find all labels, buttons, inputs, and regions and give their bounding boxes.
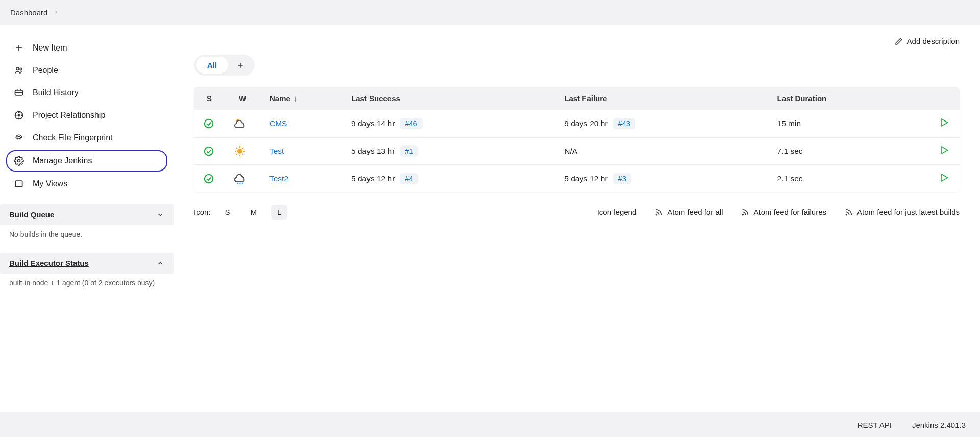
feed-label: Atom feed for just latest builds bbox=[857, 208, 960, 216]
job-table: S W Name↓ Last Success Last Failure Last… bbox=[194, 87, 960, 192]
status-success-icon bbox=[203, 173, 215, 184]
svg-point-3 bbox=[20, 68, 22, 70]
chevron-down-icon bbox=[156, 211, 164, 219]
jenkins-version: Jenkins 2.401.3 bbox=[912, 421, 966, 429]
svg-line-29 bbox=[236, 154, 237, 155]
icon-size-m[interactable]: M bbox=[244, 205, 263, 220]
last-success-badge[interactable]: #46 bbox=[400, 118, 422, 129]
last-success-badge[interactable]: #1 bbox=[400, 145, 418, 157]
svg-point-21 bbox=[205, 147, 213, 156]
sidebar-item-my-views[interactable]: My Views bbox=[6, 173, 167, 195]
icon-legend-label: Icon legend bbox=[597, 208, 637, 216]
last-failure-badge[interactable]: #43 bbox=[613, 118, 635, 129]
table-footer: Icon: S M L Icon legend Atom feed for al… bbox=[194, 205, 960, 220]
build-queue-header[interactable]: Build Queue bbox=[0, 204, 174, 225]
last-success-time: 9 days 14 hr bbox=[351, 119, 395, 128]
svg-marker-36 bbox=[942, 174, 948, 181]
views-icon bbox=[13, 178, 24, 189]
duration: 7.1 sec bbox=[777, 147, 803, 155]
main-content: Add description All S W Name↓ Last Succe… bbox=[174, 25, 980, 412]
last-failure-badge[interactable]: #3 bbox=[613, 173, 631, 184]
last-failure-time: 9 days 20 hr bbox=[564, 119, 607, 128]
breadcrumb-root[interactable]: Dashboard bbox=[10, 8, 47, 17]
add-description-link[interactable]: Add description bbox=[895, 37, 960, 45]
sidebar-item-new-item[interactable]: New Item bbox=[6, 37, 167, 59]
th-last-success[interactable]: Last Success bbox=[342, 87, 555, 110]
feed-label: Atom feed for all bbox=[667, 208, 723, 216]
svg-point-14 bbox=[18, 160, 20, 162]
sidebar-item-manage-jenkins[interactable]: Manage Jenkins bbox=[6, 150, 167, 172]
rss-icon bbox=[741, 208, 749, 216]
svg-line-34 bbox=[240, 183, 240, 184]
weather-rainy-icon bbox=[234, 172, 251, 185]
svg-point-10 bbox=[18, 112, 19, 113]
sidebar-item-label: New Item bbox=[33, 43, 67, 53]
svg-point-13 bbox=[15, 115, 16, 116]
icon-legend-link[interactable]: Icon legend bbox=[597, 208, 637, 216]
sidebar-item-label: People bbox=[33, 66, 58, 75]
svg-marker-20 bbox=[942, 119, 948, 126]
job-name-link[interactable]: CMS bbox=[270, 119, 287, 128]
job-name-link[interactable]: Test bbox=[270, 147, 284, 155]
atom-feed-latest[interactable]: Atom feed for just latest builds bbox=[845, 208, 960, 216]
atom-feed-failures[interactable]: Atom feed for failures bbox=[741, 208, 826, 216]
duration: 2.1 sec bbox=[777, 174, 803, 183]
svg-line-30 bbox=[242, 148, 243, 149]
th-name[interactable]: Name↓ bbox=[260, 87, 342, 110]
svg-point-39 bbox=[846, 214, 847, 215]
th-last-duration[interactable]: Last Duration bbox=[768, 87, 929, 110]
table-row: CMS 9 days 14 hr#46 9 days 20 hr#43 15 m… bbox=[194, 110, 960, 138]
schedule-build-button[interactable] bbox=[939, 145, 949, 155]
last-success-time: 5 days 12 hr bbox=[351, 174, 395, 183]
weather-sunny-icon bbox=[234, 145, 251, 157]
sidebar: New Item People Build History Project Re… bbox=[0, 25, 174, 412]
svg-point-18 bbox=[205, 119, 213, 128]
people-icon bbox=[13, 65, 24, 76]
build-queue-body: No builds in the queue. bbox=[0, 225, 174, 244]
svg-point-11 bbox=[21, 115, 22, 116]
sidebar-item-label: Project Relationship bbox=[33, 111, 105, 120]
page-footer: REST API Jenkins 2.401.3 bbox=[0, 412, 980, 437]
sidebar-item-label: Build History bbox=[33, 88, 79, 98]
th-last-failure[interactable]: Last Failure bbox=[555, 87, 768, 110]
sidebar-item-project-relationship[interactable]: Project Relationship bbox=[6, 104, 167, 127]
icon-size-l[interactable]: L bbox=[271, 205, 287, 220]
feed-label: Atom feed for failures bbox=[753, 208, 826, 216]
sidebar-item-label: Check File Fingerprint bbox=[33, 133, 113, 142]
sidebar-item-check-fingerprint[interactable]: Check File Fingerprint bbox=[6, 127, 167, 149]
rest-api-link[interactable]: REST API bbox=[857, 421, 892, 429]
th-weather[interactable]: W bbox=[225, 87, 260, 110]
rss-icon bbox=[655, 208, 663, 216]
sort-arrow-icon: ↓ bbox=[293, 94, 298, 103]
plus-icon bbox=[236, 61, 244, 69]
table-row: Test2 5 days 12 hr#4 5 days 12 hr#3 2.1 … bbox=[194, 165, 960, 192]
last-success-badge[interactable]: #4 bbox=[400, 173, 418, 184]
svg-rect-15 bbox=[15, 181, 22, 187]
svg-point-37 bbox=[656, 214, 657, 215]
add-description-label: Add description bbox=[907, 37, 960, 45]
icon-size-label: Icon: bbox=[194, 208, 211, 216]
svg-point-32 bbox=[205, 175, 213, 183]
chevron-right-icon bbox=[54, 10, 59, 15]
th-status[interactable]: S bbox=[194, 87, 225, 110]
atom-feed-all[interactable]: Atom feed for all bbox=[655, 208, 723, 216]
sidebar-item-people[interactable]: People bbox=[6, 59, 167, 82]
job-name-link[interactable]: Test2 bbox=[270, 174, 288, 183]
table-row: Test 5 days 13 hr#1 N/A 7.1 sec bbox=[194, 138, 960, 165]
fingerprint-icon bbox=[13, 132, 24, 143]
sidebar-item-label: My Views bbox=[33, 179, 67, 188]
tab-all[interactable]: All bbox=[196, 57, 228, 74]
svg-line-27 bbox=[236, 148, 237, 149]
gear-icon bbox=[13, 155, 24, 166]
schedule-build-button[interactable] bbox=[939, 117, 949, 128]
duration: 15 min bbox=[777, 119, 801, 128]
sidebar-item-build-history[interactable]: Build History bbox=[6, 82, 167, 104]
tab-add-view[interactable] bbox=[228, 57, 253, 74]
edit-icon bbox=[895, 37, 903, 45]
schedule-build-button[interactable] bbox=[939, 173, 949, 183]
executor-status-header[interactable]: Build Executor Status bbox=[0, 253, 174, 274]
plus-icon bbox=[13, 42, 24, 54]
weather-partly-cloudy-icon bbox=[234, 117, 251, 130]
executor-status-panel: Build Executor Status built-in node + 1 … bbox=[0, 253, 174, 292]
icon-size-s[interactable]: S bbox=[219, 205, 236, 220]
